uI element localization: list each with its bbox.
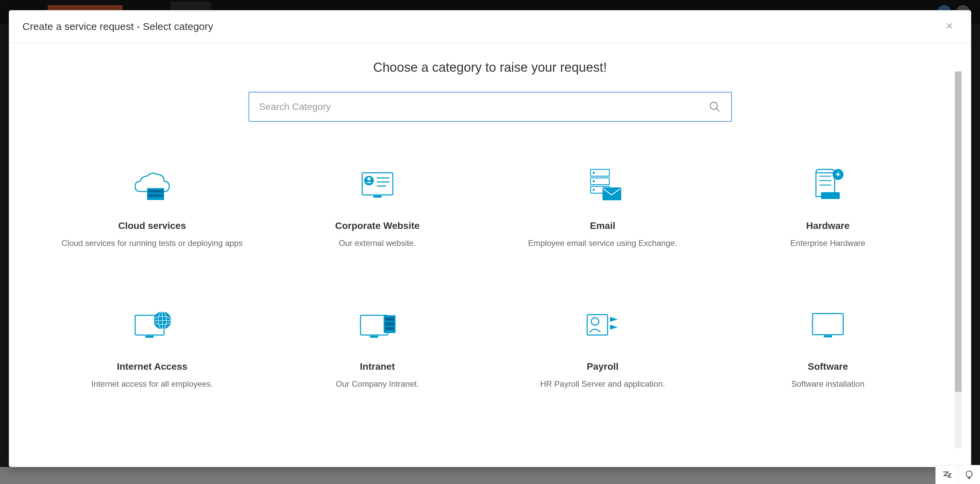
category-description: Internet access for all employees. — [91, 378, 213, 390]
category-description: Our external website. — [339, 237, 416, 249]
close-button[interactable] — [941, 21, 958, 33]
search-input[interactable] — [259, 102, 709, 112]
svg-rect-4 — [148, 194, 163, 197]
svg-rect-34 — [385, 317, 394, 321]
lightbulb-icon — [964, 470, 974, 480]
zia-icon — [941, 469, 953, 481]
payroll-icon — [579, 303, 626, 348]
category-hardware[interactable]: Hardware Enterprise Hardware — [725, 156, 930, 256]
svg-point-38 — [591, 318, 599, 325]
category-description: Our Company Intranet. — [336, 378, 419, 390]
hardware-icon — [804, 163, 852, 207]
category-cloud-services[interactable]: Cloud services Cloud services for runnin… — [50, 156, 255, 256]
website-icon — [354, 163, 401, 207]
svg-rect-35 — [385, 322, 394, 325]
modal-header: Create a service request - Select catego… — [9, 10, 971, 43]
svg-rect-32 — [370, 336, 378, 338]
internet-icon — [128, 303, 176, 348]
category-internet-access[interactable]: Internet Access Internet access for all … — [50, 297, 255, 397]
svg-rect-22 — [821, 192, 840, 199]
software-icon — [804, 303, 852, 348]
modal-subtitle: Choose a category to raise your request! — [36, 60, 944, 75]
bottom-toolbar — [935, 465, 980, 484]
category-grid: Cloud services Cloud services for runnin… — [36, 156, 944, 396]
search-box — [248, 92, 732, 122]
svg-point-0 — [710, 102, 717, 109]
modal-scrollbar[interactable] — [955, 71, 962, 448]
svg-rect-25 — [145, 336, 154, 338]
email-server-icon — [579, 163, 626, 207]
svg-rect-39 — [813, 314, 843, 335]
svg-point-17 — [593, 189, 595, 191]
scrollbar-thumb[interactable] — [955, 71, 962, 392]
category-title: Corporate Website — [335, 221, 419, 231]
zia-assistant-button[interactable] — [936, 465, 958, 484]
category-title: Intranet — [360, 361, 395, 372]
category-intranet[interactable]: Intranet Our Company Intranet. — [275, 297, 480, 397]
category-payroll[interactable]: Payroll HR Payroll Server and applicatio… — [500, 297, 705, 397]
close-icon — [945, 21, 954, 31]
modal-body: Choose a category to raise your request! — [9, 43, 971, 467]
intranet-icon — [354, 303, 401, 348]
category-selection-modal: Create a service request - Select catego… — [9, 10, 971, 467]
category-description: Enterprise Hardware — [791, 237, 865, 249]
modal-title: Create a service request - Select catego… — [22, 21, 213, 32]
category-description: Cloud services for running tests or depl… — [62, 237, 243, 249]
category-title: Hardware — [806, 221, 850, 231]
svg-point-16 — [593, 180, 595, 182]
category-title: Internet Access — [117, 361, 188, 372]
category-software[interactable]: Software Software installation — [725, 297, 930, 397]
search-icon — [709, 101, 721, 113]
category-title: Cloud services — [118, 221, 186, 231]
category-description: Software installation — [791, 378, 865, 390]
search-container — [36, 92, 944, 122]
svg-rect-18 — [603, 187, 621, 200]
category-title: Email — [590, 221, 616, 231]
category-description: Employee email service using Exchange. — [528, 237, 678, 249]
category-corporate-website[interactable]: Corporate Website Our external website. — [275, 156, 480, 256]
svg-rect-3 — [148, 190, 163, 192]
svg-rect-36 — [385, 327, 394, 330]
svg-point-8 — [367, 177, 371, 181]
svg-rect-6 — [374, 195, 382, 198]
svg-rect-40 — [824, 335, 832, 337]
category-title: Payroll — [587, 361, 619, 372]
category-email[interactable]: Email Employee email service using Excha… — [500, 156, 705, 256]
tips-button[interactable] — [958, 465, 980, 484]
svg-line-1 — [716, 108, 719, 111]
category-description: HR Payroll Server and application. — [540, 378, 665, 390]
cloud-server-icon — [128, 163, 176, 207]
svg-point-15 — [593, 172, 595, 174]
category-title: Software — [808, 361, 848, 372]
